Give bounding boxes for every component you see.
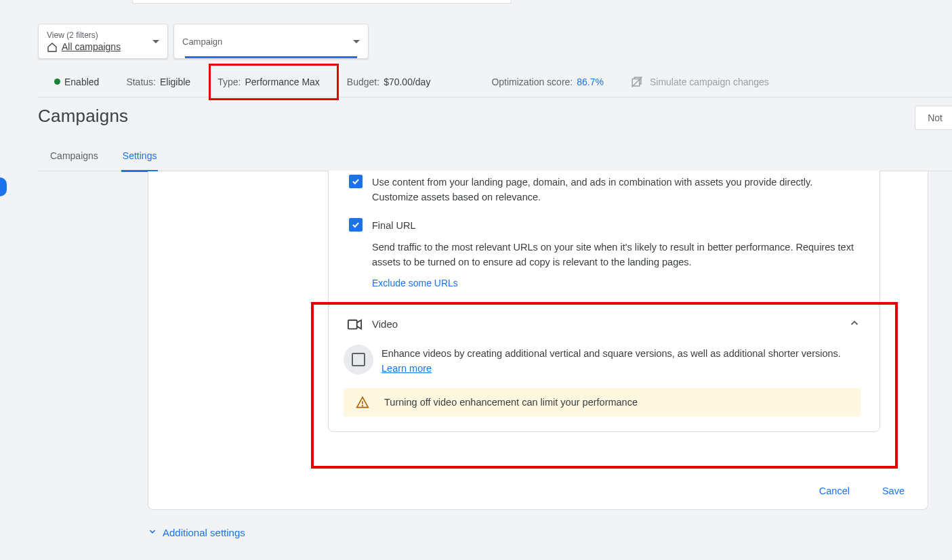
video-warning-banner: Turning off video enhancement can limit …: [344, 388, 861, 416]
budget-value: $70.00/day: [384, 77, 430, 87]
status-enabled-text: Enabled: [64, 77, 99, 87]
type-label: Type:: [218, 77, 241, 87]
simulate-campaign-changes: Simulate campaign changes: [631, 76, 769, 88]
learn-more-link[interactable]: Learn more: [381, 363, 432, 374]
cancel-button[interactable]: Cancel: [815, 485, 854, 497]
enhance-videos-description: Enhance videos by creating additional ve…: [381, 348, 841, 359]
video-warning-text: Turning off video enhancement can limit …: [384, 397, 638, 408]
search-input-fragment[interactable]: [132, 0, 512, 4]
text-assets-description: Use content from your landing page, doma…: [372, 175, 859, 204]
final-url-checkbox[interactable]: [349, 218, 363, 232]
view-filter-label: View (2 filters): [47, 30, 121, 40]
additional-settings-toggle[interactable]: Additional settings: [148, 527, 245, 538]
status-enabled-dot-icon: [54, 79, 60, 85]
text-assets-checkbox[interactable]: [349, 175, 363, 188]
additional-settings-label: Additional settings: [163, 527, 245, 538]
left-nav-active-indicator: [0, 177, 7, 196]
video-section-title: Video: [372, 318, 398, 330]
enhance-videos-checkbox-halo: [344, 345, 373, 374]
enhance-videos-checkbox[interactable]: [352, 353, 365, 366]
home-icon: [47, 42, 58, 51]
optimization-value[interactable]: 86.7%: [577, 77, 604, 87]
exclude-urls-link[interactable]: Exclude some URLs: [372, 278, 458, 288]
svg-rect-1: [348, 320, 357, 328]
budget-label: Budget:: [347, 77, 379, 87]
text-assets-option: Use content from your landing page, doma…: [349, 171, 859, 214]
final-url-option: Final URL Send traffic to the most relev…: [349, 214, 859, 298]
tab-settings[interactable]: Settings: [123, 140, 157, 171]
warning-icon: [356, 396, 369, 408]
save-button[interactable]: Save: [878, 485, 909, 497]
right-cutoff-button[interactable]: Not: [915, 106, 952, 130]
page-title: Campaigns: [38, 106, 128, 127]
view-filter-dropdown[interactable]: View (2 filters) All campaigns: [38, 24, 168, 59]
view-filter-value: All campaigns: [62, 41, 121, 52]
tabs-bar: Campaigns Settings: [38, 140, 952, 171]
assets-panel: Use content from your landing page, doma…: [328, 171, 880, 311]
optimization-label: Optimization score:: [491, 77, 573, 87]
caret-down-icon: [152, 40, 159, 43]
campaign-active-underline: [185, 56, 357, 58]
status-label: Status:: [126, 77, 156, 87]
svg-point-2: [363, 406, 363, 406]
collapse-button[interactable]: [848, 317, 861, 331]
video-panel: Video Enhance videos by creating additio…: [328, 303, 880, 432]
settings-card: Use content from your landing page, doma…: [148, 171, 928, 510]
simulate-disabled-icon: [631, 76, 643, 88]
campaign-filter-label: Campaign: [182, 37, 222, 47]
final-url-description: Send traffic to the most relevant URLs o…: [372, 240, 859, 270]
campaign-filter-dropdown[interactable]: Campaign: [173, 24, 369, 59]
video-icon: [348, 318, 363, 330]
chevron-down-icon: [148, 527, 157, 538]
campaign-status-bar: Enabled Status: Eligible Type: Performan…: [38, 66, 952, 98]
type-value: Performance Max: [245, 77, 319, 87]
final-url-title: Final URL: [372, 218, 859, 233]
caret-down-icon: [353, 40, 360, 43]
tab-campaigns[interactable]: Campaigns: [50, 140, 98, 171]
enhance-videos-option: Enhance videos by creating additional ve…: [344, 346, 861, 376]
status-value: Eligible: [160, 77, 190, 87]
simulate-text: Simulate campaign changes: [650, 77, 769, 87]
